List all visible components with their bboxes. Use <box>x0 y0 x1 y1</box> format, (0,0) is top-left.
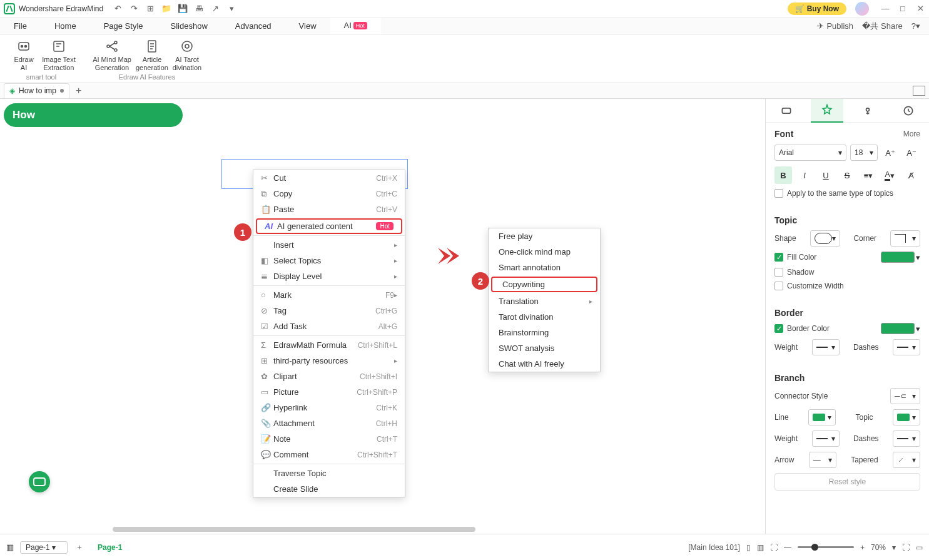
arrow-select[interactable]: —▾ <box>809 452 836 468</box>
tarot-button[interactable]: AI Tarot divination <box>170 39 205 72</box>
ctx-item[interactable]: AIAI generated contentHot <box>256 218 402 234</box>
print-icon[interactable]: 🖶 <box>193 3 205 14</box>
view-mode-2-icon[interactable]: ▥ <box>757 543 764 552</box>
ai-submenu-item[interactable]: Translation▸ <box>489 293 600 309</box>
italic-button[interactable]: I <box>796 166 813 184</box>
menu-file[interactable]: File <box>0 18 41 34</box>
tapered-select[interactable]: ⟋▾ <box>893 452 920 468</box>
border-color-dropdown[interactable]: ▾ <box>916 324 920 333</box>
ctx-item[interactable]: ✿ClipartCtrl+Shift+I <box>253 369 405 384</box>
share-button[interactable]: �共Share <box>862 21 903 32</box>
zoom-out-button[interactable]: — <box>784 543 791 552</box>
branch-dashes-select[interactable]: ▾ <box>893 430 920 447</box>
export-icon[interactable]: ↗ <box>210 3 221 14</box>
font-family-select[interactable]: Arial▾ <box>774 145 846 161</box>
connector-style-select[interactable]: ─⊂▾ <box>890 388 920 404</box>
ctx-item[interactable]: ☑Add TaskAlt+G <box>253 318 405 334</box>
reset-style-button[interactable]: Reset style <box>774 473 920 491</box>
article-gen-button[interactable]: Article generation <box>135 39 170 72</box>
ctx-item[interactable]: Create Slide <box>253 481 405 497</box>
ai-submenu-item[interactable]: Copywriting <box>491 277 597 292</box>
new-tab-button[interactable]: + <box>76 85 81 96</box>
ctx-item[interactable]: ⧉CopyCtrl+C <box>253 186 405 201</box>
ai-submenu-item[interactable]: Free play <box>489 228 600 244</box>
border-color-swatch[interactable] <box>881 323 915 334</box>
ai-submenu-item[interactable]: Chat with AI freely <box>489 356 600 372</box>
menu-view[interactable]: View <box>285 18 330 34</box>
zoom-in-button[interactable]: + <box>860 543 865 552</box>
page-dropdown[interactable]: Page-1 ▾ <box>20 541 68 554</box>
menu-ai[interactable]: AIHot <box>330 18 381 34</box>
underline-button[interactable]: U <box>817 166 835 184</box>
ai-submenu-item[interactable]: SWOT analysis <box>489 340 600 356</box>
panel-tab-more[interactable] <box>892 99 925 123</box>
menu-page-style[interactable]: Page Style <box>90 18 157 34</box>
minimize-button[interactable]: — <box>880 4 890 13</box>
zoom-slider[interactable] <box>798 546 854 548</box>
panel-toggle-button[interactable] <box>913 86 925 96</box>
add-page-button[interactable]: + <box>73 541 86 554</box>
font-decrease-button[interactable]: A⁻ <box>903 144 920 161</box>
menu-slideshow[interactable]: Slideshow <box>157 18 221 34</box>
font-color-button[interactable]: A▾ <box>881 166 898 184</box>
publish-button[interactable]: ✈Publish <box>817 21 853 31</box>
canvas[interactable]: How ✂CutCtrl+X⧉CopyCtrl+C📋PasteCtrl+VAIA… <box>0 99 765 534</box>
ctx-item[interactable]: 💬CommentCtrl+Shift+T <box>253 447 405 462</box>
clear-format-button[interactable]: A̸ <box>902 166 920 184</box>
ctx-item[interactable]: 🔗HyperlinkCtrl+K <box>253 400 405 415</box>
strike-button[interactable]: S <box>838 166 856 184</box>
ctx-item[interactable]: Traverse Topic <box>253 466 405 481</box>
ctx-item[interactable]: ◧Select Topics▸ <box>253 253 405 268</box>
fill-color-checkbox[interactable]: ✓ <box>774 253 783 262</box>
align-button[interactable]: ≡▾ <box>860 166 877 184</box>
image-text-extraction-button[interactable]: Image Text Extraction <box>41 39 76 72</box>
page-tab[interactable]: Page-1 <box>91 541 128 554</box>
corner-select[interactable]: ▾ <box>890 230 920 247</box>
apply-same-checkbox[interactable] <box>774 189 783 198</box>
menu-advanced[interactable]: Advanced <box>221 18 285 34</box>
fill-color-swatch[interactable] <box>881 252 915 263</box>
undo-icon[interactable]: ↶ <box>112 3 123 14</box>
view-mode-3-icon[interactable]: ⛶ <box>770 543 778 552</box>
ctx-item[interactable]: ≣Display Level▸ <box>253 268 405 284</box>
ai-submenu-item[interactable]: Smart annotation <box>489 260 600 275</box>
shadow-checkbox[interactable] <box>774 268 783 277</box>
save-icon[interactable]: 💾 <box>177 3 188 14</box>
font-more-link[interactable]: More <box>903 130 920 138</box>
view-mode-1-icon[interactable]: ▯ <box>746 543 751 552</box>
custom-width-checkbox[interactable] <box>774 282 783 290</box>
bold-button[interactable]: B <box>774 166 792 184</box>
ai-submenu-item[interactable]: Brainstorming <box>489 325 600 340</box>
ctx-item[interactable]: ⊞third-party resources▸ <box>253 353 405 369</box>
ai-mind-map-button[interactable]: AI Mind Map Generation <box>89 39 135 72</box>
panel-tab-layout[interactable] <box>770 99 803 123</box>
ai-submenu-item[interactable]: Tarot divination <box>489 309 600 325</box>
help-fab-button[interactable] <box>29 471 50 492</box>
fill-color-dropdown[interactable]: ▾ <box>916 253 920 262</box>
ctx-item[interactable]: Insert▸ <box>253 237 405 253</box>
outline-toggle-icon[interactable]: ▥ <box>6 542 14 552</box>
ctx-item[interactable]: ✂CutCtrl+X <box>253 170 405 186</box>
help-dropdown[interactable]: ?▾ <box>911 21 920 31</box>
border-color-checkbox[interactable]: ✓ <box>774 324 783 333</box>
edraw-ai-button[interactable]: Edraw AI <box>6 39 41 72</box>
ctx-item[interactable]: 📎AttachmentCtrl+H <box>253 415 405 431</box>
horizontal-scrollbar[interactable] <box>113 527 475 532</box>
branch-weight-select[interactable]: ▾ <box>812 430 840 447</box>
ctx-item[interactable]: 📝NoteCtrl+T <box>253 431 405 447</box>
user-avatar[interactable] <box>855 2 869 16</box>
panel-tab-icon[interactable] <box>851 99 884 123</box>
border-dashes-select[interactable]: ▾ <box>893 339 920 355</box>
menu-home[interactable]: Home <box>41 18 90 34</box>
font-size-select[interactable]: 18▾ <box>850 145 878 161</box>
panel-tab-style[interactable] <box>811 99 843 123</box>
buy-now-button[interactable]: 🛒Buy Now <box>788 3 846 15</box>
fit-screen-icon[interactable]: ⛶ <box>902 543 910 552</box>
shape-select[interactable]: ▾ <box>810 230 840 247</box>
new-icon[interactable]: ⊞ <box>145 3 156 14</box>
ctx-item[interactable]: ΣEdrawMath FormulaCtrl+Shift+L <box>253 337 405 353</box>
topic-color-select[interactable]: ▾ <box>893 409 920 425</box>
ctx-item[interactable]: ⊘TagCtrl+G <box>253 303 405 318</box>
maximize-button[interactable]: □ <box>898 4 908 13</box>
ctx-item[interactable]: ▭PictureCtrl+Shift+P <box>253 384 405 400</box>
